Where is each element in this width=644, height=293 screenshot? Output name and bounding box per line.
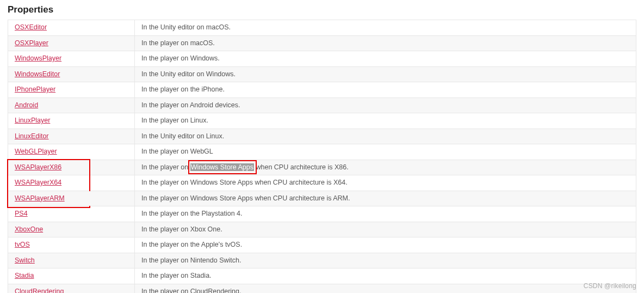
property-link[interactable]: tvOS xyxy=(15,241,30,248)
property-link[interactable]: WSAPlayerARM xyxy=(15,194,65,202)
property-desc: In the player on the iPhone. xyxy=(141,86,225,93)
property-desc: In the player on Windows. xyxy=(141,54,220,62)
property-name-cell: WSAPlayerX64 xyxy=(8,175,135,191)
table-row: LinuxEditorIn the Unity editor on Linux. xyxy=(8,129,636,144)
property-desc-cell: In the player on the iPhone. xyxy=(135,82,636,98)
property-desc-cell: In the player on Xbox One. xyxy=(135,222,636,237)
page-title: Properties xyxy=(8,4,636,15)
property-link[interactable]: Android xyxy=(15,101,38,109)
table-row: SwitchIn the player on Nintendo Switch. xyxy=(8,253,636,268)
property-desc-cell: In the player on Windows. xyxy=(135,51,636,67)
property-name-cell: CloudRendering xyxy=(8,284,135,293)
property-desc-cell: In the Unity editor on Linux. xyxy=(135,129,636,144)
property-desc-cell: In the player on Windows Store Apps when… xyxy=(135,191,636,206)
table-row: IPhonePlayerIn the player on the iPhone. xyxy=(8,82,636,98)
property-link[interactable]: LinuxEditor xyxy=(15,132,49,140)
property-name-cell: WebGLPlayer xyxy=(8,144,135,160)
property-link[interactable]: PS4 xyxy=(15,210,28,217)
table-row: WSAPlayerX86In the player on Windows Sto… xyxy=(8,160,636,175)
table-row: CloudRenderingIn the player on CloudRend… xyxy=(8,284,636,293)
property-desc: In the player on macOS. xyxy=(141,39,215,47)
table-row: OSXPlayerIn the player on macOS. xyxy=(8,35,636,51)
property-link[interactable]: IPhonePlayer xyxy=(15,86,55,93)
property-desc: In the player on Windows Store Apps when… xyxy=(141,179,348,186)
property-link[interactable]: WindowsPlayer xyxy=(15,54,61,62)
property-desc: In the Unity editor on Linux. xyxy=(141,132,224,140)
table-row: OSXEditorIn the Unity editor on macOS. xyxy=(8,20,636,36)
property-desc: In the Unity editor on macOS. xyxy=(141,23,231,31)
property-link[interactable]: LinuxPlayer xyxy=(15,117,50,124)
property-desc: In the player on Stadia. xyxy=(141,272,212,279)
property-name-cell: LinuxPlayer xyxy=(8,113,135,129)
property-desc-cell: In the Unity editor on Windows. xyxy=(135,66,636,82)
property-desc: In the player on Nintendo Switch. xyxy=(141,257,241,264)
property-desc: In the player on Android devices. xyxy=(141,101,240,109)
table-row: WSAPlayerX64In the player on Windows Sto… xyxy=(8,175,636,191)
property-desc: In the player on CloudRendering. xyxy=(141,288,241,294)
property-desc-cell: In the player on macOS. xyxy=(135,35,636,51)
property-link[interactable]: XboxOne xyxy=(15,225,43,233)
property-desc: In the Unity editor on Windows. xyxy=(141,70,236,78)
table-row: AndroidIn the player on Android devices. xyxy=(8,97,636,113)
table-row: LinuxPlayerIn the player on Linux. xyxy=(8,113,636,129)
property-desc-cell: In the player on Windows Store Apps when… xyxy=(135,160,636,175)
table-row: XboxOneIn the player on Xbox One. xyxy=(8,222,636,237)
property-name-cell: PS4 xyxy=(8,206,135,222)
property-link[interactable]: CloudRendering xyxy=(15,288,64,294)
table-row: WebGLPlayerIn the player on WebGL xyxy=(8,144,636,160)
table-row: WindowsPlayerIn the player on Windows. xyxy=(8,51,636,67)
property-desc-cell: In the player on Windows Store Apps when… xyxy=(135,175,636,191)
property-desc-cell: In the player on the Apple's tvOS. xyxy=(135,237,636,253)
table-row: WindowsEditorIn the Unity editor on Wind… xyxy=(8,66,636,82)
property-link[interactable]: Switch xyxy=(15,257,35,264)
property-link[interactable]: OSXEditor xyxy=(15,23,47,31)
property-name-cell: WSAPlayerARM xyxy=(8,191,135,206)
table-row: StadiaIn the player on Stadia. xyxy=(8,268,636,284)
property-name-cell: tvOS xyxy=(8,237,135,253)
property-name-cell: IPhonePlayer xyxy=(8,82,135,98)
property-link[interactable]: WSAPlayerX64 xyxy=(15,179,61,186)
property-name-cell: OSXPlayer xyxy=(8,35,135,51)
properties-page: Properties OSXEditorIn the Unity editor … xyxy=(0,0,644,293)
desc-post: when CPU architecture is X86. xyxy=(254,163,349,171)
properties-table: OSXEditorIn the Unity editor on macOS.OS… xyxy=(8,20,636,293)
property-desc: In the player on Windows Store Apps when… xyxy=(141,194,350,202)
property-desc-cell: In the player on WebGL xyxy=(135,144,636,160)
table-row: WSAPlayerARMIn the player on Windows Sto… xyxy=(8,191,636,206)
property-desc-cell: In the player on the Playstation 4. xyxy=(135,206,636,222)
property-desc-cell: In the player on CloudRendering. xyxy=(135,284,636,293)
table-row: tvOSIn the player on the Apple's tvOS. xyxy=(8,237,636,253)
property-name-cell: WindowsPlayer xyxy=(8,51,135,67)
property-desc: In the player on Linux. xyxy=(141,117,208,124)
property-link[interactable]: Stadia xyxy=(15,272,34,279)
property-desc: In the player on the Apple's tvOS. xyxy=(141,241,242,248)
property-link[interactable]: WindowsEditor xyxy=(15,70,60,78)
property-name-cell: Switch xyxy=(8,253,135,268)
property-name-cell: WSAPlayerX86 xyxy=(8,160,135,175)
property-desc-cell: In the player on Android devices. xyxy=(135,97,636,113)
table-row: PS4In the player on the Playstation 4. xyxy=(8,206,636,222)
property-desc-cell: In the Unity editor on macOS. xyxy=(135,20,636,36)
property-name-cell: LinuxEditor xyxy=(8,129,135,144)
property-desc: In the player on the Playstation 4. xyxy=(141,210,243,217)
property-desc-cell: In the player on Linux. xyxy=(135,113,636,129)
property-desc: In the player on WebGL xyxy=(141,148,213,155)
property-desc: In the player on Xbox One. xyxy=(141,225,222,233)
highlighted-text: Windows Store Apps xyxy=(190,163,254,171)
property-desc-cell: In the player on Stadia. xyxy=(135,268,636,284)
property-desc-cell: In the player on Nintendo Switch. xyxy=(135,253,636,268)
desc-pre: In the player on xyxy=(141,163,190,171)
property-link[interactable]: WSAPlayerX86 xyxy=(15,163,61,171)
property-name-cell: XboxOne xyxy=(8,222,135,237)
property-link[interactable]: OSXPlayer xyxy=(15,39,48,47)
property-name-cell: Stadia xyxy=(8,268,135,284)
property-name-cell: Android xyxy=(8,97,135,113)
property-link[interactable]: WebGLPlayer xyxy=(15,148,57,155)
property-desc: In the player on Windows Store Apps when… xyxy=(141,163,349,171)
property-name-cell: WindowsEditor xyxy=(8,66,135,82)
property-name-cell: OSXEditor xyxy=(8,20,135,36)
